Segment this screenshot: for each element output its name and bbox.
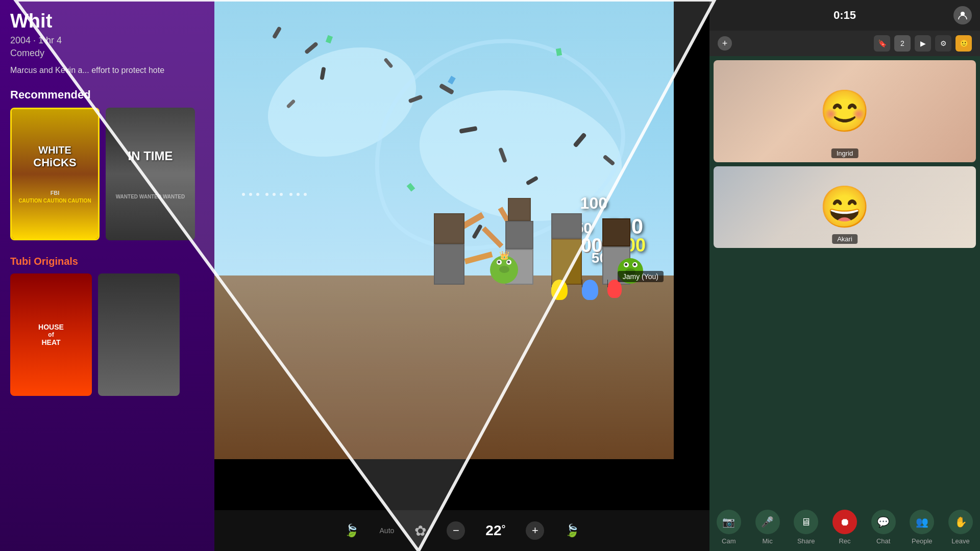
video-toolbar: + 🔖 2 ▶ ⚙ 🙂 — [709, 31, 980, 56]
recommended-title: Recommended — [10, 88, 204, 102]
leave-button[interactable]: ✋ Leave — [948, 510, 973, 545]
stone-block-4 — [551, 213, 582, 239]
thermo-right-icon: 🍃 — [565, 523, 580, 538]
score-100: 100 — [580, 194, 607, 213]
mic-button[interactable]: 🎤 Mic — [755, 510, 780, 545]
dark-block-3 — [602, 218, 630, 246]
thermo-fan-icon: ✿ — [414, 522, 426, 539]
stone-block-3 — [505, 221, 533, 249]
tubi-panel: Whit 2004 · 1 hr 4 Comedy Marcus and Kev… — [0, 0, 214, 551]
person-button[interactable]: 🙂 — [955, 35, 972, 52]
movie-genre: Comedy — [10, 48, 204, 59]
sling-dots — [240, 189, 309, 198]
stone-block-1 — [434, 244, 464, 285]
movie-meta: 2004 · 1 hr 4 — [10, 35, 204, 46]
chat-button[interactable]: 💬 Chat — [871, 510, 896, 545]
orig-card-2[interactable] — [98, 273, 180, 396]
people-button[interactable]: 👥 People — [910, 510, 934, 545]
movie-desc: Marcus and Kevin a... effort to protect … — [10, 65, 204, 76]
video-header: 0:15 — [709, 0, 980, 31]
video-feeds: 😊 Ingrid 😄 Akari — [709, 56, 980, 500]
thermo-temp-display: 22° — [485, 522, 505, 539]
rec-button[interactable]: ⏺ Rec — [832, 510, 857, 545]
add-button[interactable]: + — [718, 36, 732, 51]
ingrid-label: Ingrid — [831, 148, 859, 158]
originals-row: HOUSE of HEAT — [10, 273, 204, 396]
thermostat-bar: 🍃 Auto ✿ − 22° + 🍃 — [214, 510, 709, 551]
movie-title: Whit — [10, 10, 204, 32]
number-badge: 2 — [894, 35, 911, 52]
rec-card-white-chicks[interactable]: WHITE CHiCKS FBI CAUTION CAUTION CAUTION — [10, 108, 100, 240]
thermo-leaf-icon: 🍃 — [344, 523, 359, 538]
game-panel: 500 5500 50 500 50 100 — [214, 0, 674, 459]
video-panel: 0:15 + 🔖 2 ▶ ⚙ 🙂 😊 Ingrid 😄 Akari — [709, 0, 980, 551]
cam-button[interactable]: 📷 Cam — [717, 510, 741, 545]
pig-1 — [490, 256, 518, 284]
video-feed-akari: 😄 Akari — [714, 166, 976, 248]
game-ground — [214, 276, 674, 459]
wood-block-1 — [551, 239, 582, 285]
dark-block-2 — [508, 198, 531, 221]
play-button[interactable]: ▶ — [915, 35, 931, 52]
jamy-label: Jamy (You) — [618, 271, 664, 282]
originals-title: Tubi Originals — [10, 256, 204, 267]
call-timer: 0:15 — [834, 9, 856, 22]
video-feed-ingrid: 😊 Ingrid — [714, 60, 976, 162]
rec-card-in-time[interactable]: IN TIME WANTED WANTED WANTED — [106, 108, 195, 240]
thermo-plus-button[interactable]: + — [526, 521, 544, 540]
thermo-mode: Auto — [380, 527, 395, 535]
call-controls: 📷 Cam 🎤 Mic 🖥 Share ⏺ Rec 💬 Chat 👥 Peopl… — [709, 500, 980, 551]
recommended-row: WHITE CHiCKS FBI CAUTION CAUTION CAUTION… — [10, 108, 204, 240]
settings-button[interactable]: ⚙ — [935, 35, 951, 52]
akari-label: Akari — [832, 234, 857, 244]
avatar-icon — [953, 6, 972, 24]
bookmark-button[interactable]: 🔖 — [874, 35, 890, 52]
dark-block-1 — [434, 213, 464, 244]
thermo-minus-button[interactable]: − — [447, 521, 465, 540]
share-button[interactable]: 🖥 Share — [794, 510, 818, 545]
orig-card-house-of-heat[interactable]: HOUSE of HEAT — [10, 273, 92, 396]
